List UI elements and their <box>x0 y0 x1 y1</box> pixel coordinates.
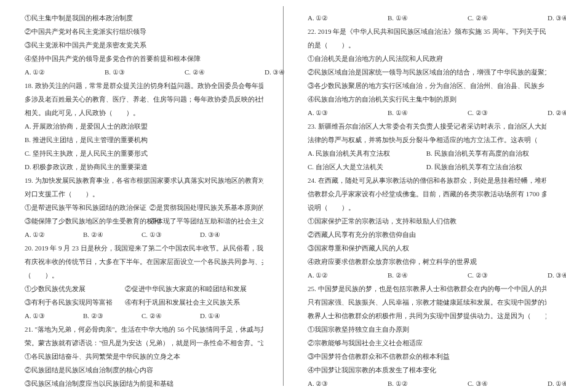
q22-opt-c: C. ②③ <box>468 106 548 119</box>
q19-opt-a: A. ①② <box>25 228 83 241</box>
q23-opt-a: A. 民族自治机关具有立法权 <box>308 146 424 160</box>
q19-line-1: 19. 为加快发展民族教育事业，各省市根据国家要求认真落实对民族地区的教育对口支… <box>25 174 263 187</box>
q19-stmt-2: ②是贯彻我国处理民族关系基本原则的具体体现 <box>149 204 263 211</box>
q19-opt-d: D. ③④ <box>200 228 258 241</box>
q20-row-2: ③有利于各民族实现同等富裕 ④有利于巩固和发展社会主义民族关系 <box>25 295 263 309</box>
q22-opt-a: A. ①③ <box>308 106 388 119</box>
q24-opt-c: C. ②③ <box>468 268 548 282</box>
q20-stmt-3: ③有利于各民族实现同等富裕 <box>25 295 123 309</box>
q25-line-2: 只有国家强、民族振兴、人民幸福，宗教才能健康延续和发展。在实现中国梦的过程中，要… <box>308 295 546 309</box>
q20-opt-d: D. ①④ <box>200 309 258 322</box>
q21-line-1: 21. "落地为兄弟，何必骨肉亲"。生活在中华大地的 56 个民族情同手足，休戚… <box>25 322 263 336</box>
q21-stmt-1: ①各民族团结奋斗、共同繁荣是中华民族的立身之本 <box>25 350 263 363</box>
q25-opt-a: A. ②③ <box>308 377 388 390</box>
q24-stmt-3: ③国家尊重和保护西藏人民的人权 <box>308 241 546 255</box>
q20-line-1: 20. 2019 年 9 月 23 日是秋分，我国迎来了第二个中国农民丰收节。从… <box>25 241 263 255</box>
q24-stmt-4: ④政府应要求信教群众放弃宗教信仰，树立科学的世界观 <box>308 255 546 268</box>
q25-stmt-1: ①我国宗教坚持独立自主自办原则 <box>308 322 546 336</box>
q20-opt-a: A. ①③ <box>25 309 83 322</box>
q24-stmt-2: ②西藏人民享有充分的宗教信仰自由 <box>308 228 546 241</box>
stmt-2: ②中国共产党对各民主党派实行组织领导 <box>25 25 263 38</box>
q17-opt-b: B. ①③ <box>105 65 185 79</box>
q20-row-1: ①少数民族优先发展 ②促进中华民族大家庭的和睦团结和发展 <box>25 282 263 295</box>
q19-opt-c: C. ①③ <box>142 228 200 241</box>
q25-line-1: 25. 中国梦是民族的梦，也是包括宗教界人士和信教群众在内的每一个中国人的共同理… <box>308 282 546 295</box>
q19-stmt-1: ①是帮进民族平等和民族团结的政治保证 <box>25 201 148 214</box>
q22-line-1: 22. 2019 年是《中华人民共和国民族区域自治法》颁布实施 35 周年。下列… <box>308 25 546 38</box>
q24-line-3: 说明（ ）。 <box>308 201 546 214</box>
q24-opt-b: B. ②④ <box>388 268 468 282</box>
q23-line-1: 23. 新疆维吾尔自治区人大常委会有关负责人接受记者采访时表示，自治区人大始终坚… <box>308 119 546 133</box>
q22-stmt-2: ②民族区域自治是国家统一领导与民族区域自治的结合，增强了中华民族的凝聚力 <box>308 65 546 79</box>
q24-opt-a: A. ①② <box>308 268 388 282</box>
q25-stmt-4: ④中国梦让我国宗教的本质发生了根本变化 <box>308 363 546 377</box>
q21-opt-c: C. ②④ <box>468 11 548 25</box>
right-column: A. ①② B. ①④ C. ②④ D. ③④ 22. 2019 年是《中华人民… <box>283 0 566 392</box>
stmt-3: ③民主党派和中国共产党是亲密友党关系 <box>25 38 263 52</box>
q25-opt-c: C. ③④ <box>468 377 548 390</box>
stmt-1: ①民主集中制是我国的根本政治制度 <box>25 11 263 25</box>
q23-line-2: 法律的尊严与权威，并将加快与反分裂斗争相适应的地方立法工作。这表明（ ）。 <box>308 133 546 146</box>
q20-stmt-1: ①少数民族优先发展 <box>25 282 123 295</box>
q21-opt-a: A. ①② <box>308 11 388 25</box>
q19-stmt-4: ④体现了平等团结互助和谐的社会主义民族关系 <box>149 217 263 225</box>
q18-opt-c: C. 坚持民主执政，是人民民主的重要形式 <box>25 146 263 160</box>
q20-line-3: （ ）。 <box>25 268 263 282</box>
stmt-4: ④坚持中国共产党的领导是多党合作的首要前提和根本保障 <box>25 52 263 65</box>
q22-opt-d: D. ②④ <box>548 106 566 119</box>
q18-line-3: 相关。由此可见，人民政协（ ）。 <box>25 106 263 119</box>
q25-opt-d: D. ①④ <box>548 377 566 390</box>
q22-stmt-4: ④民族自治地方的自治机关实行民主集中制的原则 <box>308 92 546 106</box>
q17-options: A. ①② B. ①③ C. ②④ D. ③④ <box>25 65 263 79</box>
q23-row-1: A. 民族自治机关具有立法权 B. 民族自治机关享有高度的自治权 <box>308 146 546 160</box>
q18-opt-d: D. 积极参政议政，是协商民主的重要渠道 <box>25 160 263 174</box>
q21-opt-d: D. ③④ <box>548 11 566 25</box>
q25-options: A. ②③ B. ①② C. ③④ D. ①④ <box>308 377 546 390</box>
q19-line-2: 对口支援工作（ ）。 <box>25 187 263 201</box>
q24-opt-d: D. ③④ <box>548 268 566 282</box>
q21-options: A. ①② B. ①④ C. ②④ D. ③④ <box>308 11 546 25</box>
q18-line-2: 多涉及老百姓最关心的教育、医疗、养老、住房等问题；每年政协委员反映的社情民意，也… <box>25 92 263 106</box>
q19-row-1: ①是帮进民族平等和民族团结的政治保证 ②是贯彻我国处理民族关系基本原则的具体体现 <box>25 201 263 214</box>
q18-line-1: 18. 政协关注的问题，常常是群众提关注的切身利益问题。政协全国委员会每年提交的… <box>25 79 263 92</box>
exam-page: ①民主集中制是我国的根本政治制度 ②中国共产党对各民主党派实行组织领导 ③民主党… <box>0 0 566 392</box>
q25-stmt-3: ③中国梦符合信教群众和不信教群众的根本利益 <box>308 350 546 363</box>
q24-line-2: 信教群众几乎家家设有小经堂或佛龛。目前，西藏的各类宗教活动场所有 1700 多处… <box>308 187 546 201</box>
q22-stmt-1: ①自治机关是自治地方的人民法院和人民政府 <box>308 52 546 65</box>
q19-options: A. ①② B. ②④ C. ①③ D. ③④ <box>25 228 263 241</box>
q23-opt-c: C. 自治区人大是立法机关 <box>308 160 424 174</box>
q20-stmt-2: ②促进中华民族大家庭的和睦团结和发展 <box>125 285 247 292</box>
q20-stmt-4: ④有利于巩固和发展社会主义民族关系 <box>125 298 240 306</box>
left-column: ①民主集中制是我国的根本政治制度 ②中国共产党对各民主党派实行组织领导 ③民主党… <box>0 0 283 392</box>
q17-opt-c: C. ②④ <box>185 65 265 79</box>
q20-line-2: 有庆祝丰收的传统节日，大多在下半年。在国家层面设立一个各民族共同参与、共庆丰收的… <box>25 255 263 268</box>
q20-opt-c: C. ②④ <box>142 309 200 322</box>
q20-options: A. ①③ B. ②③ C. ②④ D. ①④ <box>25 309 263 322</box>
q25-stmt-2: ②宗教能够与我国社会主义社会相适应 <box>308 336 546 350</box>
q23-opt-b: B. 民族自治机关享有高度的自治权 <box>426 150 529 157</box>
q19-row-2: ③能保障了少数民族地区的学生受教育的权利 ④体现了平等团结互助和谐的社会主义民族… <box>25 214 263 228</box>
q21-line-2: 荣。蒙古族就有谚语说："但凡是为安达（兄弟），就是同一条性命不相舍弃。"这启示我… <box>25 336 263 350</box>
q20-opt-b: B. ②③ <box>83 309 142 322</box>
q18-opt-a: A. 开展政治协商，是爱国人士的政治联盟 <box>25 119 263 133</box>
q24-options: A. ①② B. ②④ C. ②③ D. ③④ <box>308 268 546 282</box>
q21-opt-b: B. ①④ <box>388 11 468 25</box>
q23-row-2: C. 自治区人大是立法机关 D. 民族自治机关享有立法自治权 <box>308 160 546 174</box>
q25-opt-b: B. ①② <box>388 377 468 390</box>
q19-stmt-3: ③能保障了少数民族地区的学生受教育的权利 <box>25 214 148 228</box>
q19-opt-b: B. ②④ <box>83 228 142 241</box>
q22-line-2: 的是（ ）。 <box>308 38 546 52</box>
q25-line-3: 教界人士和信教群众的积极作用，共同为实现中国梦提供动力。这是因为（ ）。 <box>308 309 546 322</box>
q22-stmt-3: ③各少数民族聚居的地方实行区域自治，分为自治区、自治州、自治县、民族乡 <box>308 79 546 92</box>
q24-line-1: 24. 在西藏，随处可见从事宗教活动的僧侣和各族群众，到处是悬挂着经幡，堆积着刻… <box>308 174 546 187</box>
q22-options: A. ①③ B. ①④ C. ②③ D. ②④ <box>308 106 546 119</box>
q17-opt-a: A. ①② <box>25 65 105 79</box>
q23-opt-d: D. 民族自治机关享有立法自治权 <box>426 163 522 170</box>
q24-stmt-1: ①国家保护正常的宗教活动，支持和鼓励人们信教 <box>308 214 546 228</box>
q18-opt-b: B. 推进民主团结，是民主管理的重要机构 <box>25 133 263 146</box>
q21-stmt-3: ③民族区域自治制度应当以民族团结为前提和基础 <box>25 377 263 390</box>
q21-stmt-2: ②民族团结是民族区域自治制度的核心内容 <box>25 363 263 377</box>
q22-opt-b: B. ①④ <box>388 106 468 119</box>
